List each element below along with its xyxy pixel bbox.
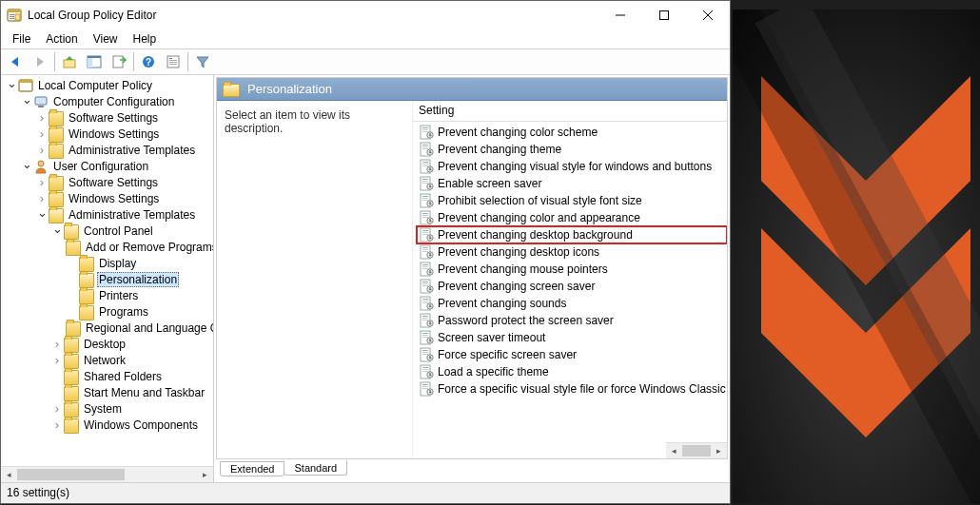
tree-cp-add-remove[interactable]: Add or Remove Programs xyxy=(66,239,213,255)
svg-rect-11 xyxy=(64,60,75,68)
tree-system[interactable]: System xyxy=(50,400,213,417)
svg-rect-121 xyxy=(422,352,428,353)
tree-cp-printers[interactable]: Printers xyxy=(66,287,213,303)
tree-root[interactable]: Local Computer Policy xyxy=(5,77,213,93)
scroll-thumb[interactable] xyxy=(17,469,125,480)
svg-rect-43 xyxy=(422,162,428,163)
setting-row[interactable]: Load a specific theme xyxy=(417,363,727,380)
policy-tree[interactable]: Local Computer Policy Computer Configura… xyxy=(1,75,213,466)
setting-row[interactable]: Enable screen saver xyxy=(417,175,727,192)
minimize-button[interactable] xyxy=(598,1,642,29)
setting-row[interactable]: Force a specific visual style file or fo… xyxy=(417,380,727,398)
setting-row[interactable]: Prohibit selection of visual style font … xyxy=(417,192,727,209)
tree-windows-components[interactable]: Windows Components xyxy=(50,417,213,433)
svg-rect-94 xyxy=(422,285,428,286)
setting-row[interactable]: Prevent changing mouse pointers xyxy=(417,261,727,278)
tree-cc-admin[interactable]: Administrative Templates xyxy=(35,142,213,158)
svg-rect-136 xyxy=(422,388,428,389)
tab-extended[interactable]: Extended xyxy=(220,461,284,476)
show-hide-tree-button[interactable] xyxy=(83,51,106,72)
setting-label: Prohibit selection of visual style font … xyxy=(438,194,642,207)
scroll-left-icon[interactable]: ◂ xyxy=(666,443,682,458)
setting-row[interactable]: Prevent changing color and appearance xyxy=(417,209,727,226)
svg-rect-79 xyxy=(422,249,428,250)
tab-standard[interactable]: Standard xyxy=(284,460,347,476)
tree-uc-admin[interactable]: Administrative Templates xyxy=(35,206,213,223)
tree-cp-regional[interactable]: Regional and Language Options xyxy=(66,320,213,336)
menu-view[interactable]: View xyxy=(86,30,126,48)
tree-control-panel[interactable]: Control Panel xyxy=(50,223,213,239)
tree-desktop[interactable]: Desktop xyxy=(50,336,213,352)
menu-file[interactable]: File xyxy=(5,30,38,48)
svg-rect-65 xyxy=(422,215,428,216)
svg-rect-45 xyxy=(422,165,428,166)
svg-rect-38 xyxy=(422,148,428,149)
tree-uc-software[interactable]: Software Settings xyxy=(35,174,213,190)
setting-label: Prevent changing desktop icons xyxy=(438,245,599,259)
menu-action[interactable]: Action xyxy=(38,30,85,48)
titlebar[interactable]: Local Group Policy Editor xyxy=(1,1,730,29)
svg-rect-3 xyxy=(10,14,14,15)
content-pane: Personalization Select an item to view i… xyxy=(214,75,730,482)
tree-cc-software[interactable]: Software Settings xyxy=(35,109,213,126)
scroll-right-icon[interactable]: ▸ xyxy=(711,443,727,458)
help-button[interactable]: ? xyxy=(137,51,160,72)
svg-rect-55 xyxy=(429,186,431,187)
svg-rect-125 xyxy=(429,358,431,359)
content-hscrollbar[interactable]: ◂ ▸ xyxy=(666,442,727,458)
setting-row[interactable]: Prevent changing theme xyxy=(417,141,727,158)
setting-row[interactable]: Screen saver timeout xyxy=(417,329,727,346)
tree-user-config[interactable]: User Configuration xyxy=(20,158,213,174)
back-button[interactable] xyxy=(4,51,27,72)
tree-uc-windows[interactable]: Windows Settings xyxy=(35,190,213,206)
setting-row[interactable]: Prevent changing visual style for window… xyxy=(417,158,727,175)
setting-row[interactable]: Prevent changing desktop icons xyxy=(417,243,727,261)
svg-rect-36 xyxy=(422,145,428,146)
svg-rect-14 xyxy=(88,56,101,58)
scroll-left-icon[interactable]: ◂ xyxy=(1,467,17,482)
scroll-right-icon[interactable]: ▸ xyxy=(197,467,213,482)
scroll-thumb[interactable] xyxy=(682,445,711,456)
setting-label: Prevent changing visual style for window… xyxy=(438,160,712,173)
up-button[interactable] xyxy=(58,51,81,72)
close-button[interactable] xyxy=(686,1,730,29)
menu-help[interactable]: Help xyxy=(126,30,165,48)
svg-rect-129 xyxy=(422,371,428,372)
toolbar: ? xyxy=(1,49,730,75)
setting-row[interactable]: Password protect the screen saver xyxy=(417,312,727,329)
tree-hscrollbar[interactable]: ◂ ▸ xyxy=(1,466,213,482)
svg-rect-93 xyxy=(422,283,428,284)
svg-rect-51 xyxy=(422,181,428,182)
forward-button[interactable] xyxy=(29,51,51,72)
setting-row[interactable]: Prevent changing color scheme xyxy=(417,124,727,141)
content-header-title: Personalization xyxy=(247,82,332,96)
filter-button[interactable] xyxy=(191,51,214,72)
svg-rect-52 xyxy=(422,183,428,184)
setting-row[interactable]: Force specific screen saver xyxy=(417,346,727,363)
tree-cc-windows[interactable]: Windows Settings xyxy=(35,126,213,142)
svg-rect-41 xyxy=(429,152,431,153)
setting-label: Prevent changing theme xyxy=(438,143,561,156)
setting-row[interactable]: Prevent changing screen saver xyxy=(417,278,727,295)
setting-row[interactable]: Prevent changing desktop background xyxy=(417,226,727,243)
tree-cp-personalization[interactable]: Personalization xyxy=(66,271,213,287)
tree-computer-config[interactable]: Computer Configuration xyxy=(20,93,213,109)
svg-rect-48 xyxy=(429,169,431,170)
maximize-button[interactable] xyxy=(642,1,686,29)
window-title: Local Group Policy Editor xyxy=(28,9,598,22)
svg-rect-15 xyxy=(113,56,123,68)
setting-row[interactable]: Prevent changing sounds xyxy=(417,295,727,312)
tree-cp-programs[interactable]: Programs xyxy=(66,303,213,320)
svg-rect-50 xyxy=(422,179,428,180)
export-button[interactable] xyxy=(108,51,130,72)
tree-network[interactable]: Network xyxy=(50,352,213,368)
settings-list[interactable]: Prevent changing color schemePrevent cha… xyxy=(413,122,727,442)
svg-rect-80 xyxy=(422,251,428,252)
tree-start-menu[interactable]: Start Menu and Taskbar xyxy=(50,384,213,400)
tree-shared-folders[interactable]: Shared Folders xyxy=(50,368,213,384)
column-header-setting[interactable]: Setting xyxy=(413,101,727,122)
svg-rect-69 xyxy=(429,221,431,222)
svg-rect-73 xyxy=(422,234,428,235)
properties-button[interactable] xyxy=(162,51,185,72)
tree-cp-display[interactable]: Display xyxy=(66,255,213,271)
